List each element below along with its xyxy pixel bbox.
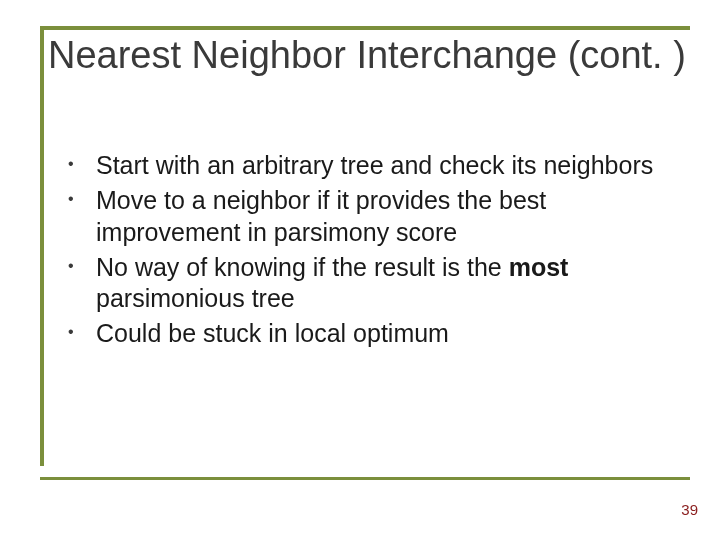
bullet-text: Move to a neighbor if it provides the be… bbox=[96, 186, 546, 245]
bullet-item: Could be stuck in local optimum bbox=[60, 318, 680, 349]
bullet-bold: most bbox=[509, 253, 569, 281]
accent-bottom-rule bbox=[40, 477, 690, 480]
slide-body: Start with an arbitrary tree and check i… bbox=[60, 150, 680, 354]
bullet-suffix: parsimonious tree bbox=[96, 284, 295, 312]
accent-top-rule bbox=[40, 26, 690, 30]
slide-title: Nearest Neighbor Interchange (cont. ) bbox=[48, 34, 690, 78]
slide: Nearest Neighbor Interchange (cont. ) St… bbox=[0, 0, 720, 540]
bullet-item: No way of knowing if the result is the m… bbox=[60, 252, 680, 315]
bullet-item: Move to a neighbor if it provides the be… bbox=[60, 185, 680, 248]
bullet-text: Could be stuck in local optimum bbox=[96, 319, 449, 347]
bullet-text: Start with an arbitrary tree and check i… bbox=[96, 151, 653, 179]
bullet-item: Start with an arbitrary tree and check i… bbox=[60, 150, 680, 181]
bullet-list: Start with an arbitrary tree and check i… bbox=[60, 150, 680, 350]
page-number: 39 bbox=[681, 501, 698, 518]
accent-left-rule bbox=[40, 26, 44, 466]
bullet-text: No way of knowing if the result is the bbox=[96, 253, 509, 281]
